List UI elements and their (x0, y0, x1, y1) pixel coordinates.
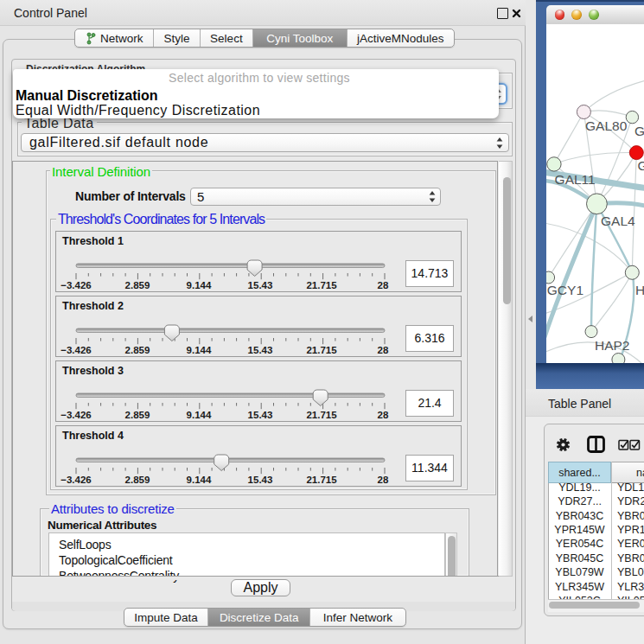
svg-text:2.859: 2.859 (125, 345, 150, 355)
svg-text:21.715: 21.715 (306, 410, 337, 420)
svg-text:15.43: 15.43 (248, 280, 273, 290)
svg-text:9.144: 9.144 (187, 280, 212, 290)
svg-text:21.715: 21.715 (306, 345, 337, 355)
svg-text:28: 28 (378, 345, 389, 355)
svg-text:2.859: 2.859 (125, 410, 150, 420)
svg-text:9.144: 9.144 (187, 345, 212, 355)
svg-text:−3.426: −3.426 (61, 475, 92, 485)
svg-text:GAL11: GAL11 (555, 172, 596, 187)
svg-text:15.43: 15.43 (248, 345, 273, 355)
svg-text:28: 28 (378, 280, 389, 290)
svg-text:GAL80: GAL80 (585, 118, 628, 133)
svg-text:2.859: 2.859 (125, 475, 150, 485)
svg-text:GAL4: GAL4 (601, 214, 635, 228)
svg-text:GCY1: GCY1 (547, 283, 583, 297)
svg-text:28: 28 (378, 475, 389, 485)
svg-text:21.715: 21.715 (306, 475, 337, 485)
svg-text:15.43: 15.43 (248, 410, 273, 420)
svg-text:28: 28 (378, 410, 389, 420)
svg-text:9.144: 9.144 (187, 410, 212, 420)
svg-text:HAP2: HAP2 (595, 338, 630, 353)
svg-text:21.715: 21.715 (306, 280, 337, 290)
svg-text:−3.426: −3.426 (61, 345, 92, 355)
svg-text:GA: GA (634, 124, 644, 138)
svg-text:−3.426: −3.426 (61, 410, 92, 420)
svg-text:2.859: 2.859 (125, 280, 150, 290)
svg-text:9.144: 9.144 (187, 475, 212, 485)
svg-text:15.43: 15.43 (248, 475, 273, 485)
svg-text:−3.426: −3.426 (61, 280, 92, 290)
svg-text:G: G (638, 158, 644, 173)
svg-text:H: H (635, 283, 644, 297)
